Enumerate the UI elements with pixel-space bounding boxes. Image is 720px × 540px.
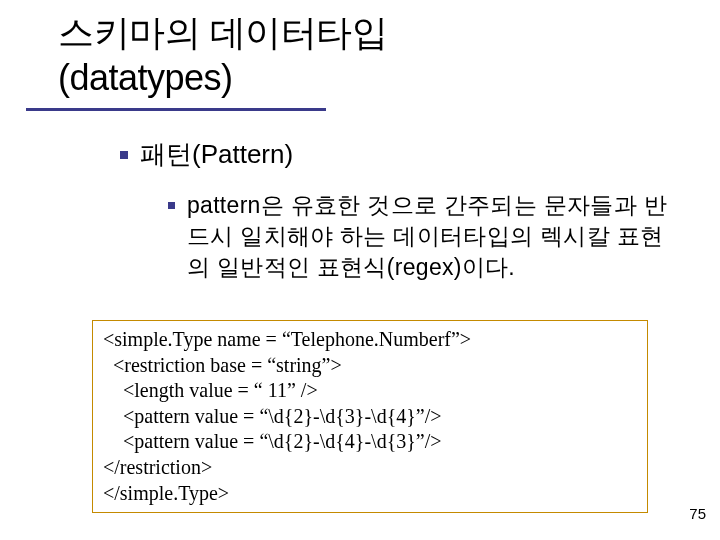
title-block: 스키마의 데이터타입 (datatypes) bbox=[0, 0, 720, 100]
title-underline bbox=[26, 108, 326, 111]
title-line-1: 스키마의 데이터타입 bbox=[58, 10, 694, 55]
code-line: <simple.Type name = “Telephone.Numberf”> bbox=[103, 327, 637, 353]
square-bullet-icon bbox=[120, 151, 128, 159]
square-bullet-icon bbox=[168, 202, 175, 209]
code-line: <length value = “ 11” /> bbox=[103, 378, 637, 404]
code-line: </simple.Type> bbox=[103, 481, 637, 507]
bullet-level-2-wrap: pattern은 유효한 것으로 간주되는 문자들과 반드시 일치해야 하는 데… bbox=[120, 190, 684, 283]
code-line: <pattern value = “\d{2}-\d{4}-\d{3}”/> bbox=[103, 429, 637, 455]
code-line: <pattern value = “\d{2}-\d{3}-\d{4}”/> bbox=[103, 404, 637, 430]
slide: 스키마의 데이터타입 (datatypes) 패턴(Pattern) patte… bbox=[0, 0, 720, 540]
code-line: </restriction> bbox=[103, 455, 637, 481]
bullet-level-1: 패턴(Pattern) bbox=[120, 137, 684, 172]
bullet-list: 패턴(Pattern) pattern은 유효한 것으로 간주되는 문자들과 반… bbox=[0, 137, 720, 283]
code-line: <restriction base = “string”> bbox=[103, 353, 637, 379]
bullet-l2-text: pattern은 유효한 것으로 간주되는 문자들과 반드시 일치해야 하는 데… bbox=[187, 190, 684, 283]
page-number: 75 bbox=[689, 505, 706, 522]
bullet-level-2: pattern은 유효한 것으로 간주되는 문자들과 반드시 일치해야 하는 데… bbox=[168, 190, 684, 283]
code-example-box: <simple.Type name = “Telephone.Numberf”>… bbox=[92, 320, 648, 513]
bullet-l1-text: 패턴(Pattern) bbox=[140, 137, 293, 172]
title-line-2: (datatypes) bbox=[58, 55, 694, 100]
